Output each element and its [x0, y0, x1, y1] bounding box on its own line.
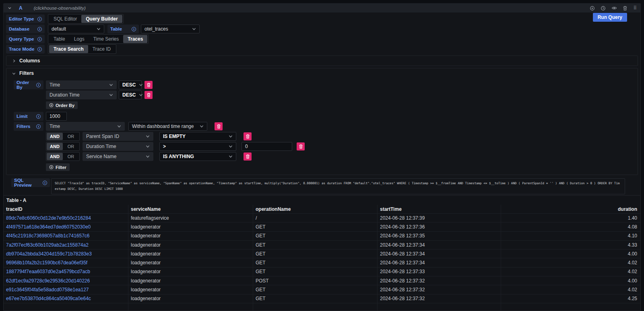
or-option[interactable]: OR [63, 133, 79, 140]
info-icon[interactable]: i [132, 27, 136, 31]
column-header-starttime[interactable]: startTime [378, 205, 501, 213]
filter-operator-select[interactable]: IS ANYTHING [159, 152, 236, 161]
run-query-button[interactable]: Run Query [593, 13, 627, 22]
chevron-right-icon [12, 59, 16, 63]
tab-query-builder[interactable]: Query Builder [81, 15, 122, 23]
filters-section-header[interactable]: Filters [6, 68, 638, 78]
collapse-query-icon[interactable] [8, 6, 12, 10]
and-option[interactable]: AND [47, 143, 63, 150]
remove-order-by-button[interactable] [144, 81, 153, 89]
filter-operator-select[interactable]: > [159, 142, 236, 151]
column-header-servicename[interactable]: serviceName [128, 205, 253, 213]
tab-traces[interactable]: Traces [123, 35, 147, 43]
trace-id-link[interactable]: e67ee7b53870d4c864ca50409ca0e64c [4, 295, 128, 303]
limit-input[interactable]: 1000 [46, 112, 67, 121]
record-circle-icon[interactable] [590, 6, 595, 11]
chevron-down-icon [12, 72, 16, 75]
order-by-field-select[interactable]: Time [46, 80, 117, 89]
add-filter-button[interactable]: Filter [46, 163, 70, 171]
trace-id-link[interactable]: 62df1ec9a29728c9e29536c20d140226 [4, 276, 128, 285]
filters-section-title: Filters [19, 70, 34, 76]
operation-name-cell: GET [253, 285, 378, 294]
filters-section: Filters Order By i Time DESC [6, 68, 638, 175]
or-option[interactable]: OR [63, 143, 79, 150]
table-label: Table i [107, 25, 139, 33]
info-icon[interactable]: i [37, 17, 42, 21]
table-row: 7a2f07ecf63c60b1029ab2ac155874a2 loadgen… [4, 241, 640, 249]
filter-field-select[interactable]: Duration Time [83, 142, 153, 151]
trace-id-link[interactable]: 1887794f7eaa6037d0e2a4579bcd7acb [4, 268, 128, 276]
drag-handle-icon[interactable]: ⠿ [633, 6, 636, 10]
filters-time-row: Filters i Time Within dashboard time ran… [14, 122, 638, 131]
start-time-cell: 2024-06-28 12:37:32 [378, 285, 501, 294]
order-by-direction-select[interactable]: DESC [119, 80, 142, 89]
remove-filter-button[interactable] [244, 132, 252, 140]
start-time-cell: 2024-06-28 12:37:33 [378, 268, 501, 276]
trace-id-link[interactable]: 4f497571a618e364ed7ded60752030e0 [4, 222, 128, 231]
trash-icon[interactable] [623, 6, 627, 11]
remove-order-by-button[interactable] [144, 91, 153, 99]
tab-time-series[interactable]: Time Series [89, 35, 124, 43]
service-name-cell: loadgenerator [128, 241, 253, 249]
filter-value-input[interactable]: 0 [242, 142, 292, 151]
query-type-label-text: Query Type [9, 37, 34, 41]
tab-trace-id[interactable]: Trace ID [88, 45, 116, 53]
column-header-duration[interactable]: duration [501, 205, 640, 213]
table-row: 4f497571a618e364ed7ded60752030e0 loadgen… [4, 222, 640, 231]
table-header-row: traceID serviceName operationName startT… [4, 205, 640, 214]
column-header-operationname[interactable]: operationName [253, 205, 378, 213]
column-header-traceid[interactable]: traceID [4, 205, 128, 213]
add-filter-label: Filter [56, 165, 66, 170]
query-ref-id: A [19, 5, 23, 11]
eye-icon[interactable] [611, 6, 617, 10]
filter-field-select[interactable]: Time [46, 122, 125, 131]
filter-field-select[interactable]: Parent Span ID [83, 132, 153, 141]
trace-id-link[interactable]: 89dc7e8c6060c0d12de7e9b50c216284 [4, 214, 128, 222]
remove-filter-button[interactable] [215, 122, 223, 130]
info-icon[interactable]: i [36, 83, 41, 87]
operation-name-cell: GET [253, 222, 378, 231]
filter-operator-value: IS ANYTHING [163, 154, 194, 159]
columns-section-header[interactable]: Columns [6, 56, 638, 66]
order-by-direction-select[interactable]: DESC [119, 91, 142, 99]
database-select[interactable]: default [48, 25, 104, 33]
operation-name-cell: GET [253, 295, 378, 303]
query-row-header[interactable]: A (clickhouse-observability) ⠿ [4, 4, 640, 12]
trace-id-link[interactable]: 96968b10fa2b2c1590bc67dea06ef35f [4, 258, 128, 267]
operation-name-cell: POST [253, 276, 378, 285]
table-select[interactable]: otel_traces [141, 25, 200, 33]
remove-filter-button[interactable] [244, 152, 252, 161]
start-time-cell [378, 303, 501, 311]
tab-logs[interactable]: Logs [70, 35, 89, 43]
info-icon[interactable]: i [37, 47, 42, 51]
info-icon[interactable]: i [36, 124, 41, 129]
and-option[interactable]: AND [47, 133, 63, 140]
database-table-row: Database i default Table i otel_traces [6, 25, 638, 33]
tab-table[interactable]: Table [49, 35, 70, 43]
start-time-cell: 2024-06-28 12:37:32 [378, 276, 501, 285]
trace-id-link[interactable] [4, 303, 128, 311]
query-header-actions: ⠿ [590, 6, 636, 11]
filter-operator-select[interactable]: Within dashboard time range [128, 122, 207, 131]
tab-sql-editor[interactable]: SQL Editor [49, 15, 81, 23]
trace-id-link[interactable]: e91c3645f04fa5e58adcd0758e1ea127 [4, 285, 128, 294]
query-type-label: Query Type i [6, 35, 45, 43]
trace-id-link[interactable]: 4f45c21918c73698057a8b1c741657c6 [4, 232, 128, 240]
or-option[interactable]: OR [63, 153, 79, 160]
order-by-field-select[interactable]: Duration Time [46, 91, 117, 99]
tab-trace-search[interactable]: Trace Search [49, 45, 88, 53]
remove-filter-button[interactable] [297, 142, 305, 150]
and-option[interactable]: AND [47, 153, 63, 160]
duration-cell: 4.08 [501, 222, 640, 231]
trace-id-link[interactable]: db9704a2bbda34204d159c71b78283e3 [4, 249, 128, 258]
filter-field-select[interactable]: Service Name [83, 152, 153, 161]
filter-operator-select[interactable]: IS EMPTY [159, 132, 236, 141]
info-icon[interactable]: i [37, 27, 42, 31]
info-icon[interactable]: i [36, 114, 41, 119]
table-body: 89dc7e8c6060c0d12de7e9b50c216284 feature… [4, 214, 640, 303]
info-icon[interactable]: i [43, 181, 47, 185]
info-icon[interactable]: i [37, 37, 42, 41]
add-order-by-button[interactable]: Order By [46, 101, 78, 109]
history-clock-icon[interactable] [601, 6, 606, 11]
trace-id-link[interactable]: 7a2f07ecf63c60b1029ab2ac155874a2 [4, 241, 128, 249]
